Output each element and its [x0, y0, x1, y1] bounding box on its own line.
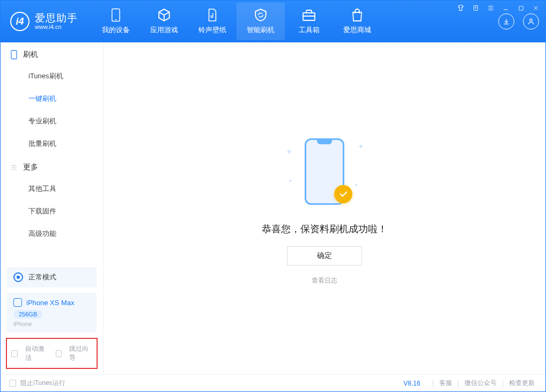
- svg-rect-1: [519, 6, 522, 10]
- close-icon[interactable]: [532, 4, 540, 12]
- svg-point-5: [530, 19, 533, 21]
- nav-my-device[interactable]: 我的设备: [92, 3, 140, 40]
- cube-icon: [157, 8, 171, 22]
- minimize-icon[interactable]: [501, 4, 510, 12]
- block-itunes-label: 阻止iTunes运行: [20, 379, 65, 388]
- svg-rect-4: [303, 13, 315, 20]
- success-check-badge: [334, 185, 352, 203]
- logo-badge-icon: i4: [10, 12, 29, 31]
- maximize-icon[interactable]: [517, 4, 525, 12]
- success-illustration: ✦ ✦ • •: [282, 131, 367, 212]
- toolbox-icon: [302, 8, 316, 22]
- refresh-shield-icon: [254, 8, 268, 22]
- app-logo: i4 爱思助手 www.i4.cn: [10, 12, 78, 31]
- nav-label: 我的设备: [102, 25, 130, 35]
- body: 刷机 iTunes刷机 一键刷机 专业刷机 批量刷机 更多 其他工具 下载固件 …: [1, 42, 545, 374]
- app-url: www.i4.cn: [35, 24, 78, 30]
- sparkle-icon: ✦: [286, 147, 292, 156]
- version-label: V8.16: [403, 380, 420, 387]
- sidebar-item-itunes-flash[interactable]: iTunes刷机: [1, 65, 103, 87]
- options-box: 自动激活 跳过向导: [6, 338, 98, 369]
- sidebar-item-other-tools[interactable]: 其他工具: [1, 177, 103, 200]
- window-controls: [456, 4, 540, 12]
- nav-label: 工具箱: [299, 25, 320, 35]
- nav-toolbox[interactable]: 工具箱: [285, 3, 333, 40]
- shirt-icon[interactable]: [456, 4, 465, 12]
- bag-icon: [350, 8, 364, 22]
- sidebar-group-title: 更多: [23, 162, 38, 172]
- note-icon[interactable]: [471, 4, 480, 12]
- header-right-actions: [498, 13, 539, 29]
- ok-button[interactable]: 确定: [287, 246, 362, 265]
- sparkle-icon: •: [289, 176, 292, 185]
- menu-icon[interactable]: [486, 4, 495, 12]
- nav-label: 应用游戏: [150, 25, 178, 35]
- phone-icon: [109, 8, 123, 22]
- svg-point-3: [115, 19, 116, 20]
- nav-label: 爱思商城: [343, 25, 371, 35]
- nav-ringtone-wallpaper[interactable]: 铃声壁纸: [188, 3, 237, 40]
- status-link-wechat[interactable]: 微信公众号: [462, 379, 499, 388]
- sidebar-group-more: 更多: [1, 155, 103, 177]
- app-name: 爱思助手: [35, 13, 78, 24]
- sidebar-item-download-firmware[interactable]: 下载固件: [1, 200, 103, 223]
- option-auto-activate-label: 自动激活: [25, 344, 48, 363]
- sparkle-icon: ✦: [358, 142, 364, 151]
- device-card[interactable]: iPhone XS Max 256GB iPhone: [7, 293, 97, 332]
- option-skip-guide-label: 跳过向导: [69, 344, 92, 363]
- download-button[interactable]: [498, 13, 514, 29]
- checkbox-skip-guide[interactable]: [56, 350, 62, 357]
- nav-label: 智能刷机: [247, 25, 275, 35]
- checkbox-auto-activate[interactable]: [11, 350, 18, 357]
- status-link-support[interactable]: 客服: [437, 379, 454, 388]
- music-file-icon: [205, 8, 219, 22]
- mode-icon: [13, 272, 23, 282]
- sidebar: 刷机 iTunes刷机 一键刷机 专业刷机 批量刷机 更多 其他工具 下载固件 …: [1, 42, 104, 374]
- list-icon: [10, 164, 18, 171]
- statusbar: 阻止iTunes运行 V8.16 | 客服 | 微信公众号 | 检查更新: [1, 374, 545, 391]
- phone-outline-icon: [10, 50, 18, 60]
- checkbox-block-itunes[interactable]: [9, 380, 16, 387]
- mode-label: 正常模式: [28, 272, 56, 282]
- sidebar-item-pro-flash[interactable]: 专业刷机: [1, 110, 103, 132]
- nav-apps-games[interactable]: 应用游戏: [140, 3, 188, 40]
- sidebar-item-advanced[interactable]: 高级功能: [1, 223, 103, 245]
- device-icon: [13, 298, 22, 307]
- success-message: 恭喜您，保资料刷机成功啦！: [262, 223, 387, 235]
- nav-store[interactable]: 爱思商城: [333, 3, 381, 40]
- sidebar-group-flash: 刷机: [1, 42, 103, 65]
- user-button[interactable]: [523, 13, 539, 29]
- nav-smart-flash[interactable]: 智能刷机: [237, 3, 285, 40]
- sidebar-item-batch-flash[interactable]: 批量刷机: [1, 132, 103, 155]
- sparkle-icon: •: [355, 181, 358, 189]
- view-log-link[interactable]: 查看日志: [312, 276, 337, 285]
- device-capacity: 256GB: [13, 310, 42, 319]
- nav-label: 铃声壁纸: [198, 25, 226, 35]
- app-window: i4 爱思助手 www.i4.cn 我的设备 应用游戏 铃声壁纸 智能刷机: [0, 0, 546, 392]
- device-type: iPhone: [13, 321, 90, 327]
- status-link-update[interactable]: 检查更新: [507, 379, 537, 388]
- device-name: iPhone XS Max: [26, 299, 75, 307]
- main-content: ✦ ✦ • • 恭喜您，保资料刷机成功啦！ 确定 查看日志: [104, 42, 545, 374]
- sidebar-item-oneclick-flash[interactable]: 一键刷机: [1, 87, 103, 110]
- svg-rect-6: [11, 50, 17, 59]
- sidebar-group-title: 刷机: [23, 50, 38, 60]
- top-nav: 我的设备 应用游戏 铃声壁纸 智能刷机 工具箱 爱思商城: [92, 3, 381, 40]
- mode-card[interactable]: 正常模式: [7, 267, 97, 287]
